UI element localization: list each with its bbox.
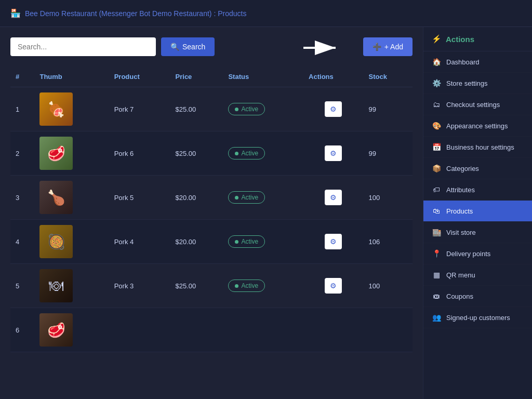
sidebar-item-label: Dashboard [446, 58, 480, 66]
cell-product: Pork 6 [109, 131, 170, 176]
cell-num: 1 [10, 87, 34, 131]
edit-button[interactable]: ⚙ [325, 278, 342, 294]
cell-price: $25.00 [170, 264, 223, 308]
sidebar-item-products[interactable]: 🛍 Products [423, 201, 532, 222]
cell-actions: ⚙ [303, 264, 363, 308]
cell-stock: 100 [363, 176, 413, 220]
categories-icon: 📦 [432, 164, 441, 172]
sidebar-item-store-settings[interactable]: ⚙️ Store settings [423, 73, 532, 94]
arrow-annotation [303, 32, 345, 65]
coupons-icon: 🎟 [432, 292, 441, 300]
main-layout: 🔍 Search ➕ + Add [0, 27, 532, 399]
status-label: Active [241, 238, 258, 245]
add-button-label: + Add [384, 43, 403, 51]
sidebar-item-label: Store settings [446, 79, 488, 87]
edit-button[interactable]: ⚙ [325, 234, 342, 249]
food-emoji: 🍖 [47, 101, 65, 118]
sidebar-item-qr-menu[interactable]: ▦ QR menu [423, 264, 532, 286]
top-header: 🏪 Bee Demo Restaurant (Messenger Bot Dem… [0, 0, 532, 27]
sidebar-item-label: Delivery points [446, 250, 490, 258]
cell-product: Pork 3 [109, 264, 170, 308]
col-thumb: Thumb [34, 66, 109, 87]
cell-stock: 99 [363, 87, 413, 131]
search-input[interactable] [10, 37, 156, 56]
sidebar-item-attributes[interactable]: 🏷 Attributes [423, 179, 532, 201]
status-badge: Active [228, 280, 265, 292]
sidebar-item-signed-up-customers[interactable]: 👥 Signed-up customers [423, 307, 532, 328]
cell-status: Active [223, 176, 303, 220]
cell-num: 3 [10, 176, 34, 220]
sidebar-item-label: Coupons [446, 292, 473, 300]
edit-button[interactable]: ⚙ [325, 101, 342, 117]
sidebar-item-categories[interactable]: 📦 Categories [423, 158, 532, 179]
sidebar-item-label: Products [446, 207, 473, 215]
sidebar-item-delivery-points[interactable]: 📍 Delivery points [423, 243, 532, 264]
appearance-settings-icon: 🎨 [432, 122, 441, 130]
cell-thumb: 🥘 [34, 220, 109, 264]
status-badge: Active [228, 191, 265, 204]
bolt-icon: ⚡ [432, 34, 442, 44]
sidebar-item-label: Appearance settings [446, 122, 508, 130]
col-price: Price [170, 66, 223, 87]
products-table: # Thumb Product Price Status Actions Sto… [10, 66, 413, 352]
table-row: 3 🍗 Pork 5 $20.00 Active ⚙ 100 [10, 176, 413, 220]
col-actions: Actions [303, 66, 363, 87]
cell-stock [363, 308, 413, 352]
search-icon: 🔍 [170, 43, 179, 51]
cell-status: Active [223, 87, 303, 131]
sidebar-item-dashboard[interactable]: 🏠 Dashboard [423, 51, 532, 73]
cell-actions: ⚙ [303, 131, 363, 176]
sidebar-item-label: QR menu [446, 271, 475, 279]
status-label: Active [241, 150, 258, 157]
sidebar-item-appearance-settings[interactable]: 🎨 Appearance settings [423, 115, 532, 137]
add-button[interactable]: ➕ + Add [363, 37, 413, 56]
cell-stock: 100 [363, 264, 413, 308]
edit-button[interactable]: ⚙ [325, 145, 342, 161]
status-label: Active [241, 105, 258, 113]
status-dot [235, 108, 238, 111]
content-area: 🔍 Search ➕ + Add [0, 27, 423, 399]
cell-actions: ⚙ [303, 220, 363, 264]
food-thumbnail: 🍗 [39, 181, 73, 214]
col-status: Status [223, 66, 303, 87]
cell-price [170, 308, 223, 352]
dashboard-icon: 🏠 [432, 58, 441, 66]
cell-status [223, 308, 303, 352]
attributes-icon: 🏷 [432, 185, 441, 194]
sidebar-item-visit-store[interactable]: 🏬 Visit store [423, 222, 532, 243]
search-button[interactable]: 🔍 Search [161, 37, 215, 56]
cell-product: Pork 4 [109, 220, 170, 264]
food-thumbnail: 🥘 [39, 225, 73, 258]
sidebar-item-label: Attributes [446, 186, 475, 194]
sidebar-header: ⚡ Actions [423, 27, 532, 51]
store-settings-icon: ⚙️ [432, 79, 441, 87]
col-product: Product [109, 66, 170, 87]
cell-status: Active [223, 220, 303, 264]
cell-product: Pork 7 [109, 87, 170, 131]
cell-status: Active [223, 264, 303, 308]
sidebar-item-label: Categories [446, 165, 479, 172]
products-icon: 🛍 [432, 207, 441, 215]
cell-num: 6 [10, 308, 34, 352]
delivery-points-icon: 📍 [432, 249, 441, 258]
cell-status: Active [223, 131, 303, 176]
status-label: Active [241, 194, 258, 201]
add-icon: ➕ [373, 43, 381, 51]
cell-product [109, 308, 170, 352]
checkout-settings-icon: 🗂 [432, 100, 441, 109]
sidebar-item-checkout-settings[interactable]: 🗂 Checkout settings [423, 94, 532, 115]
edit-button[interactable]: ⚙ [325, 190, 342, 205]
sidebar-item-business-hour-settings[interactable]: 📅 Business hour settings [423, 137, 532, 158]
status-badge: Active [228, 235, 265, 248]
search-button-label: Search [182, 43, 205, 51]
col-num: # [10, 66, 34, 87]
sidebar-item-label: Signed-up customers [446, 314, 510, 322]
table-body: 1 🍖 Pork 7 $25.00 Active ⚙ 99 2 🥩 Pork 6… [10, 87, 413, 352]
table-row: 6 🥩 [10, 308, 413, 352]
cell-stock: 99 [363, 131, 413, 176]
sidebar-item-coupons[interactable]: 🎟 Coupons [423, 286, 532, 307]
business-hour-settings-icon: 📅 [432, 143, 441, 151]
food-emoji: 🥩 [47, 145, 65, 162]
actions-label: Actions [446, 35, 474, 44]
cell-price: $20.00 [170, 176, 223, 220]
